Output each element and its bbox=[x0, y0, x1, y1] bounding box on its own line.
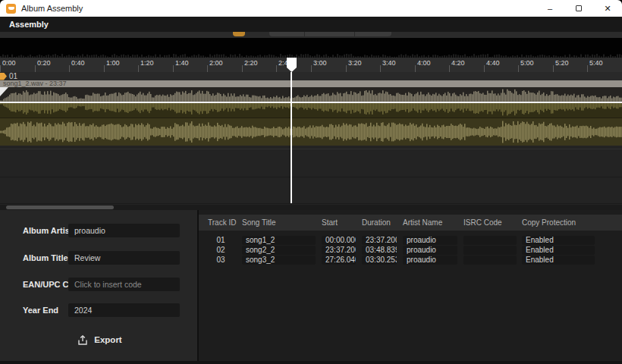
cell-isrc-code[interactable] bbox=[463, 246, 517, 255]
table-row: 01song1_200:00.00023:37.200proaudioEnabl… bbox=[199, 235, 622, 245]
marker-flag-icon[interactable] bbox=[0, 73, 7, 80]
ruler-tick-label: 1:20 bbox=[140, 59, 154, 67]
ruler-tick-label: 5:00 bbox=[520, 59, 534, 67]
field-label: Year End bbox=[23, 306, 58, 315]
form-row: Album Artist bbox=[0, 224, 198, 237]
cell-track-id[interactable]: 02 bbox=[208, 246, 234, 254]
menu-item-assembly[interactable]: Assembly bbox=[0, 20, 58, 29]
metadata-panel: Export Album Artist Album Title EAN/UPC … bbox=[0, 210, 198, 364]
ruler-tick-label: 3:20 bbox=[348, 59, 362, 67]
cell-artist-name[interactable]: proaudio bbox=[403, 256, 457, 265]
ruler-tick bbox=[587, 65, 588, 72]
table-rows: 01song1_200:00.00023:37.200proaudioEnabl… bbox=[199, 235, 622, 265]
ruler-tick-label: 0:20 bbox=[37, 59, 51, 67]
ruler-tick-label: 1:40 bbox=[175, 59, 189, 67]
ruler-tick bbox=[553, 65, 554, 72]
cell-duration[interactable]: 03:48.839 bbox=[362, 246, 397, 255]
close-button[interactable]: ✕ bbox=[593, 0, 622, 17]
menu-bar: Assembly bbox=[0, 17, 622, 32]
ruler-tick-label: 5:40 bbox=[589, 59, 603, 67]
ruler-tick bbox=[242, 65, 243, 72]
ean-upc-code-input[interactable] bbox=[68, 278, 180, 291]
track-lanes[interactable] bbox=[0, 146, 622, 205]
ruler-tick-label: 3:40 bbox=[382, 59, 396, 67]
timeline-ruler[interactable]: 0:000:200:401:001:201:402:002:202:403:00… bbox=[0, 58, 622, 72]
clip-title: song1_2.wav - 23:37 bbox=[3, 80, 67, 87]
ruler-tick bbox=[415, 65, 416, 72]
ruler-tick-label: 4:00 bbox=[417, 59, 431, 67]
bottom-strip bbox=[0, 361, 622, 364]
field-label: Album Artist bbox=[23, 226, 73, 235]
ruler-tick bbox=[173, 65, 174, 72]
scrollbar-thumb[interactable] bbox=[6, 206, 114, 209]
header-cell: Copy Protection bbox=[522, 218, 622, 227]
cell-artist-name[interactable]: proaudio bbox=[403, 236, 457, 245]
ruler-tick-label: 4:40 bbox=[486, 59, 500, 67]
ruler-tick bbox=[104, 65, 105, 72]
ruler-tick bbox=[380, 65, 381, 72]
form-row: EAN/UPC Code bbox=[0, 278, 198, 291]
marker-row[interactable]: 01 bbox=[0, 72, 622, 80]
form-row: Album Title bbox=[0, 251, 198, 265]
waveform-canvas[interactable] bbox=[0, 87, 622, 146]
cell-copy-protection[interactable]: Enabled bbox=[522, 246, 595, 255]
header-cell: Artist Name bbox=[403, 218, 463, 227]
lane-divider bbox=[0, 203, 622, 204]
segment-divider bbox=[304, 32, 305, 36]
ruler-tick-label: 0:00 bbox=[2, 59, 16, 67]
ruler-tick-label: 4:20 bbox=[451, 59, 465, 67]
cell-isrc-code[interactable] bbox=[463, 236, 517, 245]
year-end-input[interactable] bbox=[68, 303, 180, 317]
maximize-icon bbox=[576, 5, 582, 11]
ruler-tick-label: 2:20 bbox=[244, 59, 258, 67]
ruler-tick bbox=[207, 65, 208, 72]
cell-copy-protection[interactable]: Enabled bbox=[522, 236, 595, 245]
header-cell: Start bbox=[322, 218, 362, 227]
header-cell: Song Title bbox=[242, 218, 322, 227]
form-row: Year End bbox=[0, 303, 198, 317]
transport-segment-control[interactable] bbox=[269, 32, 391, 36]
ruler-tick bbox=[518, 65, 519, 72]
app-icon bbox=[6, 4, 16, 14]
header-cell: ISRC Code bbox=[463, 218, 522, 227]
clip-title-bar[interactable]: song1_2.wav - 23:37 bbox=[0, 80, 622, 87]
cell-artist-name[interactable]: proaudio bbox=[403, 246, 457, 255]
cell-song-title[interactable]: song1_2 bbox=[242, 236, 316, 245]
ruler-tick-label: 2:00 bbox=[209, 59, 223, 67]
cell-start[interactable]: 23:37.200 bbox=[322, 246, 356, 255]
header-cell: Track ID bbox=[208, 218, 242, 227]
ruler-tick bbox=[138, 65, 139, 72]
cell-isrc-code[interactable] bbox=[463, 256, 517, 265]
cell-copy-protection[interactable]: Enabled bbox=[522, 256, 595, 265]
maximize-button[interactable] bbox=[564, 0, 593, 17]
ruler-tick-label: 5:20 bbox=[555, 59, 569, 67]
ruler-tick-label: 3:00 bbox=[313, 59, 327, 67]
ruler-tick bbox=[276, 65, 277, 72]
window-controls: – ✕ bbox=[536, 0, 622, 17]
header-cell: Duration bbox=[362, 218, 403, 227]
table-row: 02song2_223:37.20003:48.839proaudioEnabl… bbox=[199, 245, 622, 255]
lane-divider bbox=[0, 149, 622, 149]
cell-track-id[interactable]: 01 bbox=[208, 236, 234, 244]
minimize-button[interactable]: – bbox=[536, 0, 564, 17]
export-button[interactable]: Export bbox=[70, 331, 130, 348]
ruler-tick bbox=[35, 65, 36, 72]
album-artist-input[interactable] bbox=[68, 224, 180, 237]
toolbar-orange-button[interactable] bbox=[233, 32, 245, 36]
ruler-tick bbox=[449, 65, 450, 72]
cell-track-id[interactable]: 03 bbox=[208, 256, 234, 264]
cell-song-title[interactable]: song2_2 bbox=[242, 246, 316, 255]
cell-start[interactable]: 27:26.040 bbox=[322, 256, 356, 265]
horizontal-scrollbar[interactable] bbox=[0, 205, 622, 210]
playhead-line bbox=[291, 72, 292, 203]
cell-song-title[interactable]: song3_2 bbox=[242, 256, 316, 265]
cell-duration[interactable]: 23:37.200 bbox=[362, 236, 397, 245]
cell-start[interactable]: 00:00.000 bbox=[322, 236, 356, 245]
album-title-input[interactable] bbox=[68, 251, 180, 265]
track-table-panel: Track IDSong TitleStartDurationArtist Na… bbox=[199, 210, 622, 364]
table-header: Track IDSong TitleStartDurationArtist Na… bbox=[199, 215, 622, 231]
overview-strip[interactable] bbox=[0, 38, 622, 58]
cell-duration[interactable]: 03:30.253 bbox=[362, 256, 397, 265]
lane-divider bbox=[0, 177, 622, 177]
toolbar-strip bbox=[0, 32, 622, 38]
